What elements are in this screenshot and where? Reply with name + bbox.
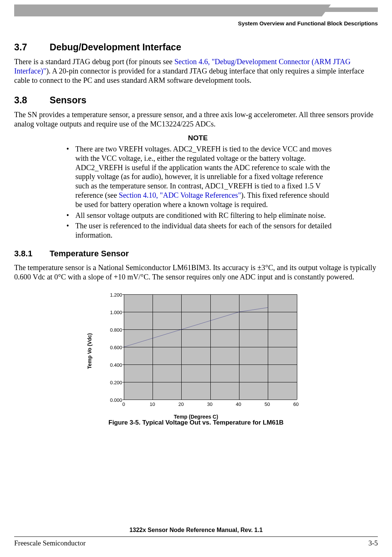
heading-text: Sensors (50, 95, 87, 105)
figure: Temp Vo (Vdc) 1.200 1.000 0.800 0.600 0.… (14, 291, 378, 426)
y-tick-label: 0.400 (105, 362, 122, 368)
y-tick-label: 0.200 (105, 380, 122, 385)
plot-area (124, 294, 297, 400)
heading-number: 3.7 (14, 42, 50, 53)
x-tick-label: 10 (145, 401, 160, 407)
page-content: 3.7Debug/Development Interface There is … (14, 39, 378, 426)
chart-x-axis-label: Temp (Degrees C) (92, 414, 301, 420)
footer-left: Freescale Semiconductor (14, 539, 86, 547)
note-title: NOTE (63, 134, 333, 142)
heading-3-8: 3.8Sensors (14, 95, 378, 106)
running-header: System Overview and Functional Block Des… (238, 20, 378, 26)
list-item: The user is referenced to the individual… (63, 221, 333, 240)
data-series-line (124, 294, 297, 400)
list-item: There are two VREFH voltages. ADC2_VREFH… (63, 144, 333, 209)
heading-text: Temperature Sensor (50, 249, 129, 258)
note-list: There are two VREFH voltages. ADC2_VREFH… (63, 144, 333, 240)
y-tick-label: 0.600 (105, 345, 122, 350)
x-tick-label: 40 (231, 401, 246, 407)
chart: Temp Vo (Vdc) 1.200 1.000 0.800 0.600 0.… (92, 291, 301, 411)
y-tick-label: 0.800 (105, 327, 122, 333)
paragraph: The SN provides a temperature sensor, a … (14, 110, 378, 129)
note-block: NOTE There are two VREFH voltages. ADC2_… (63, 134, 333, 240)
x-tick-label: 60 (289, 401, 304, 407)
chart-y-axis-label: Temp Vo (Vdc) (87, 333, 92, 369)
x-tick-label: 20 (174, 401, 189, 407)
figure-caption: Figure 3-5. Typical Voltage Out vs. Temp… (14, 419, 378, 426)
x-tick-label: 50 (260, 401, 275, 407)
list-item: All sensor voltage outputs are condition… (63, 211, 333, 220)
page-footer: 1322x Sensor Node Reference Manual, Rev.… (14, 527, 378, 547)
x-tick-label: 0 (116, 401, 131, 407)
y-tick-label: 1.000 (105, 310, 122, 315)
heading-3-7: 3.7Debug/Development Interface (14, 42, 378, 53)
header-accent-tab (318, 7, 378, 12)
heading-number: 3.8.1 (14, 249, 50, 259)
footer-rule (14, 536, 378, 537)
paragraph: The temperature sensor is a National Sem… (14, 263, 378, 282)
header-accent-bar (14, 4, 322, 16)
footer-doc-title: 1322x Sensor Node Reference Manual, Rev.… (14, 527, 378, 533)
x-tick-label: 30 (203, 401, 217, 407)
footer-page-number: 3-5 (369, 539, 378, 547)
xref-link[interactable]: Section 4.10, "ADC Voltage References" (119, 191, 241, 199)
paragraph: There is a standard JTAG debug port (for… (14, 57, 378, 85)
heading-text: Debug/Development Interface (50, 42, 181, 52)
y-tick-label: 1.200 (105, 292, 122, 298)
heading-number: 3.8 (14, 95, 50, 106)
heading-3-8-1: 3.8.1Temperature Sensor (14, 249, 378, 259)
